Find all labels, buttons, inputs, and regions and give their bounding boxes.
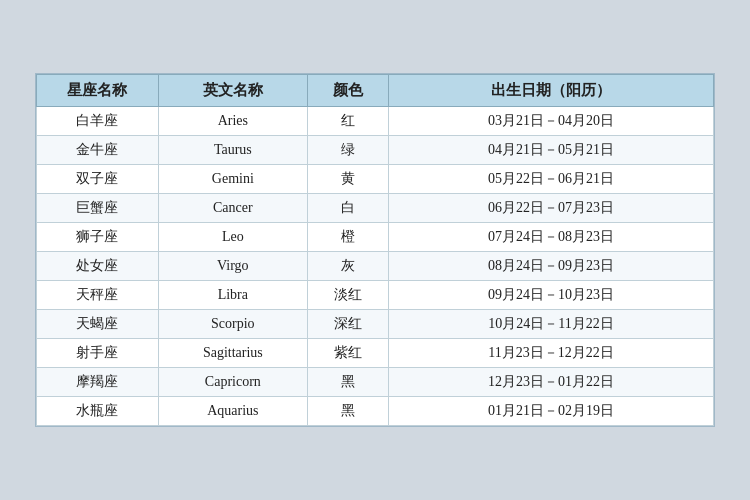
cell-color: 灰 [307,252,388,281]
cell-date: 06月22日－07月23日 [389,194,714,223]
table-row: 狮子座Leo橙07月24日－08月23日 [37,223,714,252]
table-row: 白羊座Aries红03月21日－04月20日 [37,107,714,136]
cell-chinese: 天蝎座 [37,310,159,339]
cell-chinese: 天秤座 [37,281,159,310]
table-header-row: 星座名称 英文名称 颜色 出生日期（阳历） [37,75,714,107]
header-chinese: 星座名称 [37,75,159,107]
cell-chinese: 处女座 [37,252,159,281]
zodiac-table-wrapper: 星座名称 英文名称 颜色 出生日期（阳历） 白羊座Aries红03月21日－04… [35,73,715,427]
cell-color: 淡红 [307,281,388,310]
cell-date: 01月21日－02月19日 [389,397,714,426]
table-row: 处女座Virgo灰08月24日－09月23日 [37,252,714,281]
cell-color: 橙 [307,223,388,252]
cell-chinese: 巨蟹座 [37,194,159,223]
table-row: 射手座Sagittarius紫红11月23日－12月22日 [37,339,714,368]
header-date: 出生日期（阳历） [389,75,714,107]
cell-chinese: 双子座 [37,165,159,194]
cell-english: Leo [158,223,307,252]
cell-color: 白 [307,194,388,223]
cell-date: 07月24日－08月23日 [389,223,714,252]
cell-english: Libra [158,281,307,310]
table-row: 金牛座Taurus绿04月21日－05月21日 [37,136,714,165]
cell-chinese: 水瓶座 [37,397,159,426]
cell-date: 05月22日－06月21日 [389,165,714,194]
cell-color: 深红 [307,310,388,339]
cell-color: 红 [307,107,388,136]
cell-color: 黑 [307,397,388,426]
table-row: 天秤座Libra淡红09月24日－10月23日 [37,281,714,310]
cell-color: 绿 [307,136,388,165]
cell-english: Capricorn [158,368,307,397]
cell-english: Virgo [158,252,307,281]
cell-date: 11月23日－12月22日 [389,339,714,368]
cell-english: Sagittarius [158,339,307,368]
cell-english: Aries [158,107,307,136]
cell-color: 紫红 [307,339,388,368]
header-english: 英文名称 [158,75,307,107]
header-color: 颜色 [307,75,388,107]
zodiac-table: 星座名称 英文名称 颜色 出生日期（阳历） 白羊座Aries红03月21日－04… [36,74,714,426]
table-row: 巨蟹座Cancer白06月22日－07月23日 [37,194,714,223]
cell-chinese: 射手座 [37,339,159,368]
cell-color: 黄 [307,165,388,194]
cell-chinese: 金牛座 [37,136,159,165]
table-row: 双子座Gemini黄05月22日－06月21日 [37,165,714,194]
cell-english: Taurus [158,136,307,165]
cell-chinese: 摩羯座 [37,368,159,397]
table-row: 天蝎座Scorpio深红10月24日－11月22日 [37,310,714,339]
cell-color: 黑 [307,368,388,397]
cell-english: Aquarius [158,397,307,426]
cell-date: 08月24日－09月23日 [389,252,714,281]
cell-date: 10月24日－11月22日 [389,310,714,339]
cell-english: Cancer [158,194,307,223]
cell-date: 09月24日－10月23日 [389,281,714,310]
cell-date: 12月23日－01月22日 [389,368,714,397]
cell-date: 03月21日－04月20日 [389,107,714,136]
cell-english: Gemini [158,165,307,194]
table-body: 白羊座Aries红03月21日－04月20日金牛座Taurus绿04月21日－0… [37,107,714,426]
cell-english: Scorpio [158,310,307,339]
table-row: 摩羯座Capricorn黑12月23日－01月22日 [37,368,714,397]
table-row: 水瓶座Aquarius黑01月21日－02月19日 [37,397,714,426]
cell-date: 04月21日－05月21日 [389,136,714,165]
cell-chinese: 白羊座 [37,107,159,136]
cell-chinese: 狮子座 [37,223,159,252]
